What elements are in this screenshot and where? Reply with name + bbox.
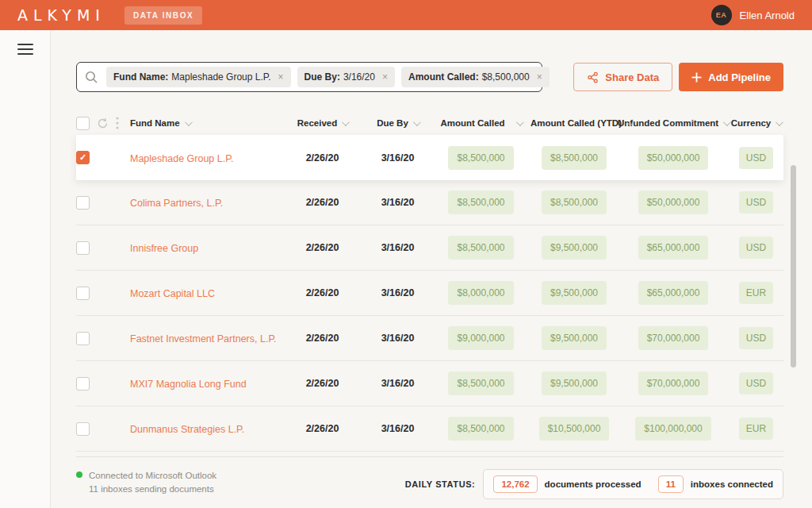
column-header-fund-name[interactable]: Fund Name: [130, 118, 281, 128]
table-row[interactable]: Mozart Capital LLC 2/26/20 3/16/20 $8,00…: [76, 271, 783, 316]
received-date: 2/26/20: [281, 333, 364, 344]
user-name: Ellen Arnold: [740, 10, 795, 21]
share-data-button[interactable]: Share Data: [573, 63, 672, 91]
search-input[interactable]: Fund Name: Mapleshade Group L.P. × Due B…: [76, 62, 542, 92]
fund-name-link[interactable]: Fastnet Investment Partners, L.P.: [130, 333, 277, 344]
remove-filter-icon[interactable]: ×: [278, 71, 284, 83]
add-pipeline-button[interactable]: Add Pipeline: [679, 63, 783, 91]
received-date: 2/26/20: [281, 242, 364, 253]
fund-name-link[interactable]: Dunmanus Strategies L.P.: [130, 424, 244, 435]
fund-name-link[interactable]: Innisfree Group: [130, 243, 198, 254]
amount-called-pill: $8,500,000: [448, 236, 513, 260]
user-menu[interactable]: EA Ellen Arnold: [711, 5, 795, 25]
column-header-received[interactable]: Received: [281, 118, 364, 128]
row-checkbox[interactable]: [76, 332, 90, 345]
daily-status: DAILY STATUS: 12,762 documents processed…: [405, 469, 783, 499]
filter-chip-due-by[interactable]: Due By: 3/16/20 ×: [297, 67, 395, 87]
plus-icon: [691, 72, 702, 83]
vertical-scrollbar[interactable]: [791, 165, 796, 368]
column-header-amount-called[interactable]: Amount Called: [431, 118, 530, 128]
filter-value: Mapleshade Group L.P.: [171, 71, 270, 83]
sort-chevron-icon: [516, 118, 524, 126]
select-all-checkbox[interactable]: [76, 117, 90, 130]
table-row[interactable]: Colima Partners, L.P. 2/26/20 3/16/20 $8…: [76, 180, 783, 225]
currency-pill: EUR: [739, 418, 773, 440]
unfunded-commitment-pill: $65,000,000: [638, 236, 709, 260]
inboxes-connected-label: inboxes connected: [691, 479, 773, 489]
filter-chip-fund-name[interactable]: Fund Name: Mapleshade Group L.P. ×: [106, 67, 291, 87]
data-inbox-badge: DATA INBOX: [124, 6, 202, 25]
amount-called-ytd-pill: $8,500,000: [542, 190, 607, 214]
daily-status-label: DAILY STATUS:: [405, 479, 476, 489]
alkymi-logo: ALKYMI: [17, 6, 105, 24]
amount-called-ytd-pill: $8,500,000: [542, 146, 607, 170]
remove-filter-icon[interactable]: ×: [382, 71, 388, 83]
amount-called-ytd-pill: $10,500,000: [539, 417, 610, 441]
status-footer: Connected to Microsoft Outlook 11 inboxe…: [76, 456, 783, 508]
remove-filter-icon[interactable]: ×: [537, 71, 542, 83]
row-checkbox[interactable]: [76, 196, 90, 210]
sort-chevron-icon: [776, 118, 783, 126]
filter-label: Due By:: [304, 71, 340, 83]
column-header-amount-called-ytd[interactable]: Amount Called (YTD): [530, 118, 618, 128]
kebab-menu-icon[interactable]: [116, 117, 119, 129]
received-date: 2/26/20: [281, 197, 364, 208]
row-checkbox[interactable]: [76, 241, 90, 255]
share-data-label: Share Data: [605, 71, 659, 83]
table-row[interactable]: Mapleshade Group L.P. 2/26/20 3/16/20 $8…: [76, 135, 783, 180]
amount-called-ytd-pill: $9,500,000: [542, 371, 607, 395]
sort-chevron-icon: [185, 118, 193, 126]
unfunded-commitment-pill: $50,000,000: [638, 190, 709, 214]
currency-pill: USD: [739, 237, 773, 259]
filter-label: Fund Name:: [113, 71, 168, 83]
funds-table: Fund Name Received Due By Amount Called …: [76, 111, 783, 452]
add-pipeline-label: Add Pipeline: [708, 71, 771, 83]
due-by-date: 3/16/20: [364, 197, 431, 208]
unfunded-commitment-pill: $70,000,000: [638, 371, 709, 395]
table-row[interactable]: Innisfree Group 2/26/20 3/16/20 $8,500,0…: [76, 225, 783, 271]
fund-name-link[interactable]: MXI7 Magnolia Long Fund: [130, 379, 247, 390]
amount-called-ytd-pill: $9,500,000: [542, 326, 607, 350]
column-header-due-by[interactable]: Due By: [364, 118, 431, 128]
filter-chip-amount-called[interactable]: Amount Called: $8,500,000 ×: [401, 67, 550, 87]
currency-pill: USD: [739, 191, 773, 214]
row-checkbox[interactable]: [76, 377, 90, 391]
unfunded-commitment-pill: $50,000,000: [638, 146, 709, 170]
received-date: 2/26/20: [281, 152, 364, 164]
fund-name-link[interactable]: Colima Partners, L.P.: [130, 198, 223, 209]
due-by-date: 3/16/20: [364, 423, 431, 434]
row-checkbox[interactable]: [76, 422, 90, 436]
documents-processed-count: 12,762: [493, 475, 537, 493]
refresh-icon[interactable]: [97, 117, 109, 129]
due-by-date: 3/16/20: [364, 333, 431, 344]
table-body: Mapleshade Group L.P. 2/26/20 3/16/20 $8…: [76, 135, 783, 452]
sidebar: [0, 30, 51, 508]
connected-status-icon: [76, 471, 82, 478]
fund-name-link[interactable]: Mozart Capital LLC: [130, 288, 215, 299]
filter-value: $8,500,000: [482, 71, 530, 83]
column-header-currency[interactable]: Currency: [729, 118, 783, 128]
app-header: ALKYMI DATA INBOX EA Ellen Arnold: [0, 0, 812, 30]
currency-pill: EUR: [739, 282, 773, 304]
main-content: Fund Name: Mapleshade Group L.P. × Due B…: [51, 30, 812, 508]
amount-called-pill: $8,500,000: [448, 190, 513, 214]
table-row[interactable]: Fastnet Investment Partners, L.P. 2/26/2…: [76, 316, 783, 361]
share-icon: [587, 71, 599, 83]
table-row[interactable]: MXI7 Magnolia Long Fund 2/26/20 3/16/20 …: [76, 361, 783, 406]
fund-name-link[interactable]: Mapleshade Group L.P.: [130, 153, 233, 164]
menu-icon[interactable]: [17, 44, 33, 55]
table-row[interactable]: Dunmanus Strategies L.P. 2/26/20 3/16/20…: [76, 406, 783, 452]
column-header-unfunded-commitment[interactable]: Unfunded Commitment: [618, 118, 729, 128]
row-checkbox[interactable]: [76, 287, 90, 300]
avatar[interactable]: EA: [711, 5, 732, 25]
row-checkbox[interactable]: [76, 151, 90, 164]
connection-status: Connected to Microsoft Outlook 11 inboxe…: [76, 469, 216, 497]
amount-called-pill: $8,500,000: [448, 146, 513, 170]
unfunded-commitment-pill: $70,000,000: [638, 326, 709, 350]
amount-called-pill: $9,000,000: [448, 326, 513, 350]
due-by-date: 3/16/20: [364, 242, 431, 253]
sort-chevron-icon: [342, 118, 350, 126]
documents-processed-label: documents processed: [545, 479, 642, 489]
search-icon: [85, 71, 98, 84]
table-header-row: Fund Name Received Due By Amount Called …: [76, 111, 783, 135]
